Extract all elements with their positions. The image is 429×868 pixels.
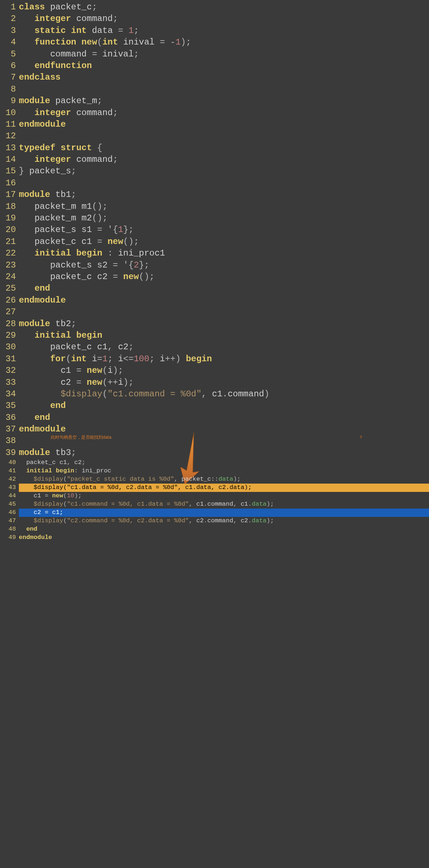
token-id: ini_proc [78, 467, 111, 474]
token-pun: } [19, 166, 24, 176]
token-kw: integer [34, 155, 71, 164]
code-line-37: 37endmodule此时句柄悬空，是否能找到data？ [0, 424, 429, 435]
token-id [92, 143, 97, 153]
token-id: c2 [193, 517, 204, 524]
code-line-46: 46 c2 = c1; [0, 509, 429, 517]
code-line-40: 40 packet_c c1, c2; [0, 459, 429, 467]
token-id [19, 517, 34, 524]
token-kw: new [123, 272, 139, 282]
token-pun: . [248, 501, 252, 507]
token-id [19, 484, 34, 491]
line-number: 40 [0, 459, 19, 467]
token-pun: = [45, 492, 48, 499]
token-id: packet_c [178, 476, 211, 483]
line-content: endmodule [19, 295, 429, 306]
token-pun: ( [97, 37, 102, 47]
code-line-3: 3 static int data = 1; [0, 25, 429, 37]
code-line-29: 29 initial begin [0, 330, 429, 341]
token-pun: }; [139, 260, 149, 270]
line-content: end [19, 400, 429, 412]
token-pun: (); [139, 272, 154, 282]
token-pun: ( [63, 476, 67, 483]
token-id [19, 283, 34, 293]
line-number: 7 [0, 72, 19, 83]
token-sys: $display [34, 501, 63, 507]
token-id [19, 401, 50, 410]
token-kw: int [71, 354, 87, 364]
line-number: 32 [0, 365, 19, 376]
token-id: i [155, 354, 165, 364]
line-number: 25 [0, 283, 19, 294]
line-number: 46 [0, 509, 19, 517]
token-pun: , [233, 501, 237, 507]
line-content: initial begin: ini_proc [19, 467, 429, 475]
token-pun: , [201, 389, 207, 399]
token-id [19, 108, 34, 118]
token-kw: begin [186, 354, 212, 364]
line-content: static int data = 1; [19, 25, 429, 37]
token-id [118, 272, 123, 282]
token-str: "c1.command = %0d" [108, 389, 201, 399]
token-pun: (); [123, 237, 139, 247]
line-content: packet_s s2 = '{2}; [19, 260, 429, 271]
line-content: module tb3; [19, 447, 429, 459]
code-line-27: 27 [0, 306, 429, 318]
line-number: 39 [0, 447, 19, 459]
token-pun: = [45, 509, 48, 516]
line-number: 33 [0, 377, 19, 388]
token-id [52, 467, 56, 474]
code-editor: 1class packet_c;2 integer command;3 stat… [0, 0, 429, 543]
token-id: packet_c c1 [19, 459, 67, 466]
token-id: c1 [182, 484, 193, 491]
token-pun: (++ [102, 378, 118, 387]
line-number: 43 [0, 484, 19, 492]
token-kw: new [87, 366, 102, 375]
code-line-30: 30 packet_c c1, c2; [0, 341, 429, 353]
line-number: 9 [0, 95, 19, 107]
line-number: 11 [0, 119, 19, 130]
line-number: 5 [0, 49, 19, 60]
token-id [19, 354, 50, 364]
token-str: "c2.command = %0d, c2.data = %0d" [67, 517, 189, 524]
token-id: c2 [19, 378, 76, 387]
token-id: data [230, 484, 245, 491]
line-content: module packet_m; [19, 95, 429, 107]
line-number: 17 [0, 189, 19, 201]
code-line-19: 19 packet_m m2(); [0, 212, 429, 224]
code-line-5: 5 command = inival; [0, 49, 429, 60]
token-id [19, 248, 34, 258]
line-number: 10 [0, 107, 19, 119]
token-id: i [87, 354, 97, 364]
token-id: command [71, 108, 113, 118]
code-line-15: 15} packet_s; [0, 165, 429, 177]
token-id: command [71, 155, 113, 164]
line-number: 18 [0, 201, 19, 212]
code-line-10: 10 integer command; [0, 107, 429, 119]
line-number: 35 [0, 400, 19, 412]
token-kw: begin [56, 467, 74, 474]
token-kw: new [82, 37, 97, 47]
token-id [66, 26, 71, 35]
line-content: $display("packet_c static data is %0d", … [19, 475, 429, 484]
token-pun: :: [211, 476, 218, 483]
token-kw: typedef [19, 143, 55, 153]
code-line-8: 8 [0, 84, 429, 95]
token-id: i [118, 378, 123, 387]
line-number: 6 [0, 60, 19, 72]
token-id: packet_c c1 [19, 342, 108, 352]
token-kw: endmodule [19, 424, 66, 434]
token-kw: new [87, 378, 102, 387]
code-line-38: 38 [0, 435, 429, 447]
token-pun: ( [63, 484, 67, 491]
token-id: command [207, 517, 233, 524]
token-id [76, 37, 81, 47]
code-line-4: 4 function new(int inival = -1); [0, 37, 429, 48]
code-line-47: 47 $display("c2.command = %0d, c2.data =… [0, 517, 429, 525]
token-pun: = [160, 37, 165, 47]
token-kw: end [50, 401, 66, 410]
code-line-41: 41 initial begin: ini_proc [0, 467, 429, 475]
line-content: $display("c1.command = %0d, c1.data = %0… [19, 500, 429, 509]
token-kw: module [19, 96, 50, 106]
line-content: class packet_c; [19, 1, 429, 13]
token-kw: endmodule [19, 119, 66, 129]
